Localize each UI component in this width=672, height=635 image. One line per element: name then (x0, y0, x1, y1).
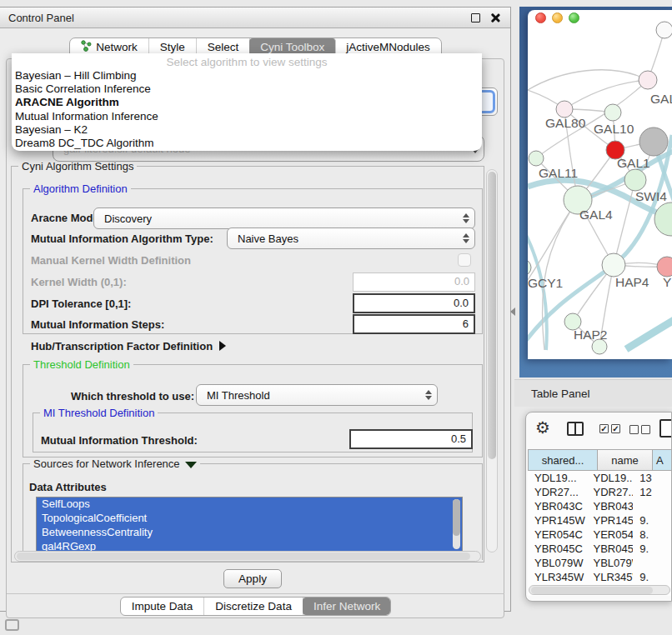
table-row[interactable]: YDR27...YDR27...12 (528, 485, 671, 499)
network-edge[interactable] (626, 317, 672, 349)
minimize-traffic-light-icon[interactable] (552, 12, 563, 23)
network-canvas[interactable]: GALGAL80GAL10GAL1GAL11SWI4GAL4GCY1HAP4YH… (528, 10, 672, 359)
aracne-mode-combobox[interactable]: Discovery (93, 208, 475, 229)
table-row[interactable]: YER054CYER054C8. (528, 528, 671, 542)
network-node[interactable] (656, 22, 672, 38)
hub-section-label: Hub/Transcription Factor Definition (31, 340, 213, 352)
dropdown-item-bayesian-hill-climbing[interactable]: Bayesian – Hill Climbing (12, 69, 482, 82)
dropdown-item-dream8-dc-tdc-algorithm[interactable]: Dream8 DC_TDC Algorithm (12, 137, 482, 150)
table-row[interactable]: YDL19...YDL19...13 (528, 471, 671, 485)
network-node-label: HAP2 (574, 328, 608, 342)
settings-vertical-scrollbar[interactable] (486, 169, 498, 552)
close-traffic-light-icon[interactable] (535, 12, 546, 23)
aracne-mode-value: Discovery (94, 212, 458, 225)
manual-kernel-width-checkbox[interactable] (458, 253, 471, 267)
mi-steps-field[interactable]: 6 (353, 314, 475, 334)
table-cell: YER054C (528, 528, 586, 542)
mi-threshold-label: Mutual Information Threshold: (41, 434, 198, 447)
network-node[interactable] (639, 128, 668, 156)
tab-discretize-data[interactable]: Discretize Data (204, 598, 303, 615)
table-row[interactable]: YLR345WYLR345W9. (528, 570, 671, 584)
panel-collapse-arrow-icon[interactable] (510, 308, 515, 316)
attribute-item-gal4rgexp[interactable]: gal4RGexp (37, 540, 462, 552)
network-edge[interactable] (564, 80, 648, 109)
network-node[interactable] (639, 71, 657, 89)
gear-icon[interactable] (535, 418, 550, 438)
network-view-window[interactable]: GALGAL80GAL10GAL1GAL11SWI4GAL4GCY1HAP4YH… (528, 10, 672, 359)
table-row[interactable]: YPR145WYPR145W9. (528, 513, 671, 528)
network-node[interactable] (654, 202, 672, 236)
which-threshold-label: Which threshold to use: (71, 390, 194, 402)
data-attributes-list[interactable]: SelfLoopsTopologicalCoefficientBetweenne… (36, 497, 463, 552)
float-window-icon[interactable] (471, 13, 480, 22)
network-edge[interactable] (528, 200, 578, 285)
panel-title: Control Panel (8, 12, 74, 24)
attribute-item-selfloops[interactable]: SelfLoops (37, 498, 462, 512)
close-icon[interactable] (490, 12, 500, 22)
network-node[interactable] (657, 257, 672, 277)
list-vertical-scrollbar[interactable] (453, 499, 460, 549)
mi-type-value: Naive Bayes (228, 232, 458, 245)
table-row[interactable]: YBL079WYBL079W (528, 556, 671, 570)
network-node[interactable] (556, 101, 573, 118)
table-row[interactable]: YBR043CYBR043C (528, 499, 671, 513)
network-node-label: GAL (650, 92, 672, 106)
dropdown-item-bayesian-k2[interactable]: Bayesian – K2 (12, 123, 482, 137)
dropdown-item-mutual-information-inference[interactable]: Mutual Information Inference (12, 110, 482, 123)
table-cell: 8. (633, 528, 671, 542)
network-node[interactable] (529, 151, 544, 166)
dropdown-item-basic-correlation-inference[interactable]: Basic Correlation Inference (12, 82, 482, 96)
table-cell: YBR045C (528, 542, 586, 556)
zoom-traffic-light-icon[interactable] (569, 12, 579, 23)
group-title: Algorithm Definition (30, 182, 131, 195)
attribute-item-topologicalcoefficient[interactable]: TopologicalCoefficient (37, 512, 462, 526)
column-header-a[interactable]: A (653, 449, 672, 471)
hub-section-toggle[interactable]: Hub/Transcription Factor Definition (31, 340, 226, 352)
mi-threshold-field[interactable]: 0.5 (349, 429, 473, 449)
dpi-tolerance-field[interactable]: 0.0 (353, 293, 475, 313)
tab-label: Discretize Data (215, 600, 292, 612)
group-title: MI Threshold Definition (40, 407, 158, 419)
table-cell: 13 (633, 471, 671, 485)
kernel-width-field[interactable]: 0.0 (353, 272, 475, 292)
tab-label: Style (160, 41, 185, 53)
deselect-all-columns-icon[interactable] (629, 425, 650, 434)
network-node[interactable] (602, 253, 625, 277)
column-header-name[interactable]: name (598, 449, 653, 471)
network-node[interactable] (528, 259, 531, 276)
tab-label: Infer Network (313, 600, 380, 612)
network-node-label: SWI4 (635, 189, 667, 203)
mi-algorithm-type-combobox[interactable]: Naive Bayes (227, 228, 475, 249)
select-all-columns-icon[interactable] (599, 424, 620, 433)
combo-arrows-icon (458, 233, 474, 243)
export-table-icon[interactable] (659, 419, 672, 438)
column-header-shared[interactable]: shared... (528, 449, 598, 471)
table-cell: YER054C (586, 528, 633, 542)
table-cell: YPR145W (586, 513, 633, 528)
network-edge[interactable] (528, 70, 648, 90)
combo-arrows-icon (458, 213, 474, 223)
bottom-tab-bar: Impute DataDiscretize DataInfer Network (0, 597, 511, 616)
table-cell (633, 556, 671, 570)
network-node-label: GCY1 (528, 276, 563, 290)
minimized-panel-icon[interactable] (5, 619, 19, 631)
tab-infer-network[interactable]: Infer Network (303, 598, 391, 615)
table-horizontal-scrollbar[interactable] (529, 585, 670, 595)
which-threshold-combobox[interactable]: MI Threshold (196, 384, 438, 406)
mi-steps-label: Mutual Information Steps: (31, 318, 164, 331)
tab-impute-data[interactable]: Impute Data (121, 598, 205, 615)
apply-button[interactable]: Apply (223, 569, 282, 588)
network-node[interactable] (624, 169, 646, 191)
group-title: Cyni Algorithm Settings (18, 160, 137, 172)
settings-horizontal-scrollbar[interactable] (14, 551, 481, 562)
table-cell: YPR145W (528, 513, 586, 528)
tab-label: Select (208, 41, 239, 53)
table-row[interactable]: YBR045CYBR045C9. (528, 542, 671, 556)
table-cell: YDR27... (586, 485, 633, 499)
columns-icon[interactable] (567, 422, 584, 436)
dropdown-item-aracne-algorithm[interactable]: ARACNE Algorithm (12, 96, 482, 109)
attribute-item-betweennesscentrality[interactable]: BetweennessCentrality (37, 526, 462, 540)
sources-group-toggle[interactable]: Sources for Network Inference (30, 458, 200, 470)
network-node[interactable] (604, 104, 621, 121)
table-panel-titlebar: Table Panel (514, 379, 672, 407)
